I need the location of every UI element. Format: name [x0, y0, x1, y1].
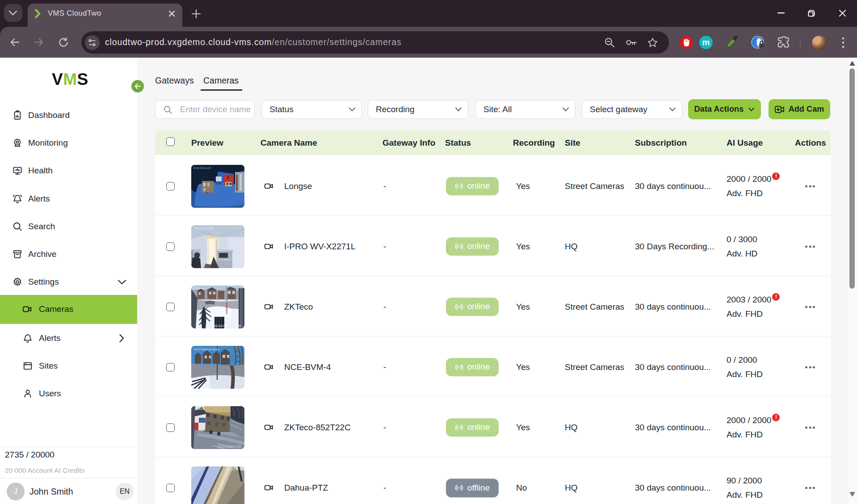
- svg-text:03-03-2026 01:55: 03-03-2026 01:55: [218, 445, 241, 448]
- svg-text:I-PRO 03-03-2026: I-PRO 03-03-2026: [193, 227, 214, 230]
- svg-text:03-03-2026 01:46:52: 03-03-2026 01:46:52: [214, 324, 242, 328]
- svg-text:IP Camera: IP Camera: [193, 287, 205, 290]
- svg-text:03-03 01:58: 03-03 01:58: [225, 468, 238, 471]
- svg-text:Camera: Camera: [196, 407, 206, 410]
- svg-text:03-03-2026 01:46:52: 03-03-2026 01:46:52: [194, 348, 219, 351]
- svg-text:02-03-2026 11:05: 02-03-2026 11:05: [193, 166, 211, 169]
